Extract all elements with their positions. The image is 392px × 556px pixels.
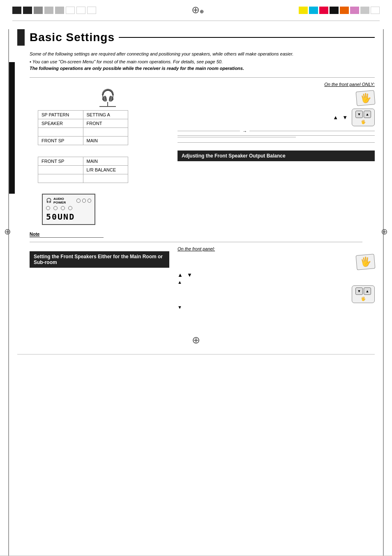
table2-row-2: L/R BALANCE [38,166,128,174]
bottom-crosshair: ⊕ [17,334,375,346]
table2-row-1: FRONT SP MAIN [38,157,128,166]
table-cell-speaker-label: SPEAKER [38,119,83,127]
led-6 [61,206,65,210]
remote-arrows-1: ▼ ▲ 🖐 [352,109,375,126]
color-bar-magenta [319,7,328,14]
reg-block-4 [44,7,53,14]
table-row-2: SPEAKER FRONT [38,119,128,128]
sub-right-col: On the front panel: 🖐 ▲ ▼ ▲ ▼ ▲ [178,246,375,310]
sound-display-area: 🎧 AUDIO POWER 50UND [42,194,169,225]
sub-section: Setting the Front Speakers Either for th… [30,246,375,310]
remote-hand-1: 🖐 [360,92,371,103]
section1-header: Setting the Front Speakers Either for th… [30,251,169,268]
arrow-right-symbol: → [242,129,247,134]
table2-cell-empty2 [38,174,83,183]
table-cell-empty-1 [38,128,83,136]
hr-3 [178,142,375,143]
section1-title: Setting the Front Speakers Either for th… [34,254,163,265]
headphone-stem [107,102,108,106]
arrow-up-indicator: ▲ [178,280,375,285]
color-bar-orange [340,7,349,14]
reg-block-1 [12,7,21,14]
top-bar: ⊕ [0,0,392,21]
note-line [30,237,104,238]
title-underline [119,37,375,38]
page-title: Basic Settings [30,31,115,44]
remote-icon-2: 🖐 [356,254,376,270]
table-front-sp: FRONT SP MAIN L/R BALANCE [38,157,128,183]
arrow-remote-row-2: ▲ ▼ [178,272,375,278]
table-cell-speaker-value: FRONT [83,119,128,127]
color-bars-right [299,7,380,14]
title-section: Basic Settings [17,29,375,46]
table2-row-3 [38,174,128,183]
audio-power-label: AUDIO POWER [53,197,75,204]
section2-title: Adjusting the Front Speaker Output Balan… [182,153,286,159]
remote-arrows-area-2: ▼ ▲ 🖐 [178,285,375,303]
right-column: On the front panel ONLY: 🖐 ▲ ▼ ▼ ▲ 🖐 [178,82,375,228]
remote-btn-up-2: ▲ [364,287,371,295]
headphone-base [99,106,116,107]
remote-icon-area-1: 🖐 [178,91,375,105]
color-bar-black [330,7,339,14]
table-row-4: FRONT SP MAIN [38,137,128,145]
color-bar-light [360,7,369,14]
reg-block-5 [55,7,64,14]
remote-btn-down-2: ▼ [355,287,363,295]
audio-power-row: 🎧 AUDIO POWER [46,197,91,204]
registration-marks-left [12,7,96,14]
note-label: Note [30,232,375,236]
hr-2 [178,137,296,137]
sound-display-box: 🎧 AUDIO POWER 50UND [42,194,95,225]
led-5 [53,206,58,210]
left-column: 🎧 SP PATTERN SETTING A SPEAKER FRONT [30,82,169,228]
led-1 [76,199,80,203]
remote-btn-up: ▲ [364,111,371,118]
divider-line-1 [30,77,375,78]
remote-btn-row: ▼ ▲ [355,111,371,118]
right-crosshair: ⊕ [381,227,388,236]
reg-block-6 [66,7,75,14]
table2-cell-front-label: FRONT SP [38,157,83,165]
bottom-rule [17,354,375,354]
table-cell-sp-value: SETTING A [83,111,128,119]
bullet-text-1: • You can use "On-screen Menu" for most … [30,59,375,64]
front-panel-label-2: On the front panel: [178,246,375,251]
table-sp-pattern: SP PATTERN SETTING A SPEAKER FRONT FRONT… [38,110,128,145]
remote-hand-icon-1: 🖐 [361,120,366,124]
crosshair-top-center: ⊕ [191,4,204,16]
headphone-icon-area: 🎧 [46,88,169,107]
arrow-line-2 [249,131,375,131]
reg-block-7 [76,7,85,14]
table-row-3 [38,128,128,137]
section2-header: Adjusting the Front Speaker Output Balan… [178,151,375,161]
reg-block-3 [34,7,43,14]
remote-hand-icon-2: 🖐 [361,297,366,301]
table-cell-front-label: FRONT SP [38,137,83,145]
section-divider [30,242,362,242]
arrow-down-label-1: ▼ [342,114,348,120]
led-2 [82,199,86,203]
arrow-down-label-2: ▼ [187,272,192,278]
table2-cell-lr: L/R BALANCE [83,166,128,174]
arrow-remote-row-1: ▲ ▼ ▼ ▲ 🖐 [178,109,375,126]
arrow-label-row-1: → [178,129,375,134]
remote-arrows-2: ▼ ▲ 🖐 [352,285,375,303]
top-rule [12,21,380,21]
headphone-small-icon: 🎧 [46,198,52,203]
table-row-1: SP PATTERN SETTING A [38,111,128,119]
sub-left-col: Setting the Front Speakers Either for th… [30,246,169,310]
color-bar-cyan [309,7,318,14]
page-outer: ⊕ ⊕ Basic Settings Some of the following… [8,29,384,556]
remote-btn-down: ▼ [355,111,363,118]
led-row [46,206,91,210]
table-cell-empty-2 [83,128,128,136]
table-cell-sp-label: SP PATTERN [38,111,83,119]
remote-icon-area-2: 🖐 [178,255,375,269]
front-panel-label-1: On the front panel ONLY: [178,82,375,87]
content-area: 🎧 SP PATTERN SETTING A SPEAKER FRONT [30,82,375,228]
table2-cell-empty3 [83,174,128,183]
intro-text: Some of the following settings are requi… [30,51,375,58]
table2-cell-front-value: MAIN [83,157,128,165]
left-accent-bar [9,62,15,194]
